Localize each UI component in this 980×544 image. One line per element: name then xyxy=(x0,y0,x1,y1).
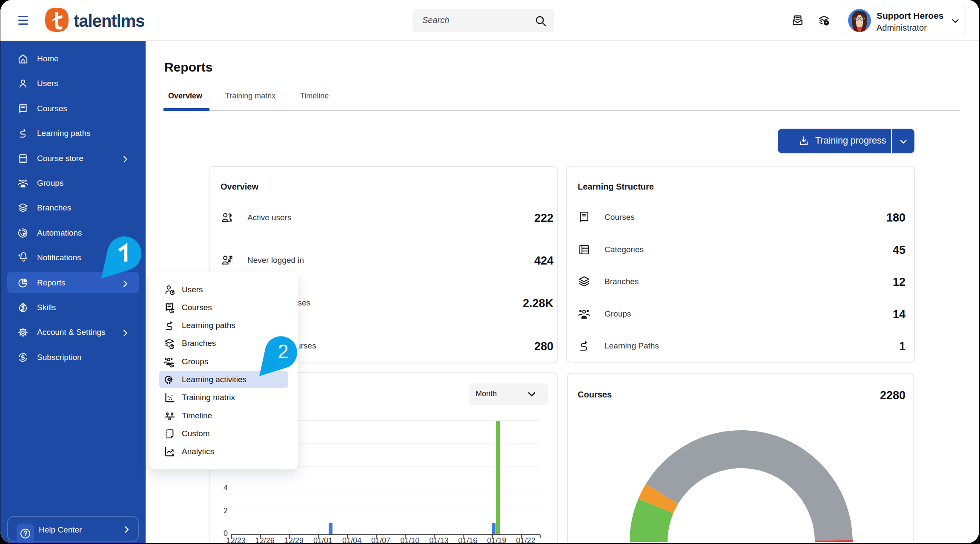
svg-text:2: 2 xyxy=(278,340,289,363)
